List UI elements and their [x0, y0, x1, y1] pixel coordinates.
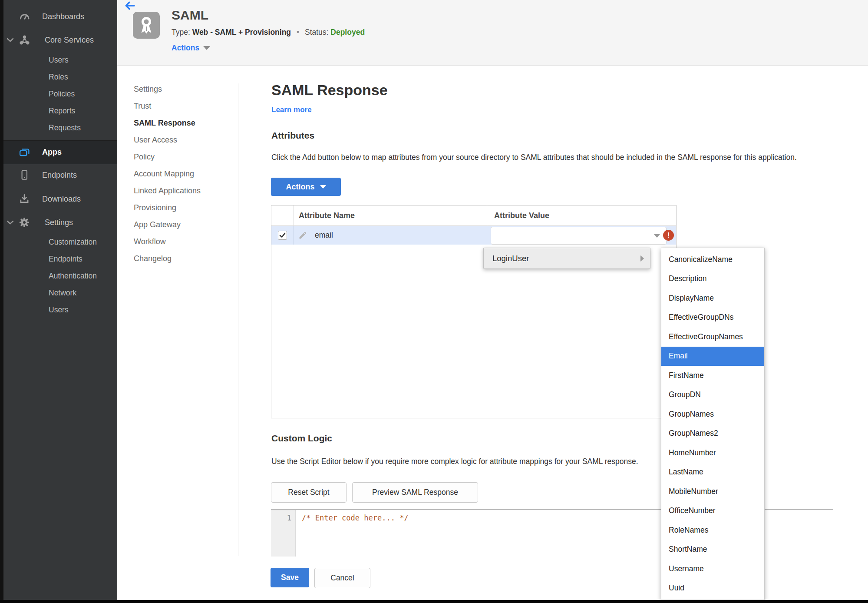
menu-item-label: Description: [669, 274, 707, 283]
sidebar-subitem-label: Users: [49, 56, 69, 65]
menu-item-shortname[interactable]: ShortName: [661, 540, 764, 560]
sidebar-item-label: Endpoints: [42, 171, 77, 180]
tab-label: Policy: [134, 152, 155, 162]
row-checkbox[interactable]: [278, 231, 287, 240]
submenu-arrow-icon: [640, 255, 644, 262]
sidebar-item-customization[interactable]: Customization: [49, 234, 97, 251]
menu-item-canonicalizename[interactable]: CanonicalizeName: [661, 250, 764, 269]
menu-item-effectivegroupdns[interactable]: EffectiveGroupDNs: [661, 308, 764, 328]
tab-label: Workflow: [134, 237, 166, 246]
menu-item-uuid[interactable]: Uuid: [661, 579, 764, 598]
tab-settings[interactable]: Settings: [134, 83, 162, 95]
menu-item-label: FirstName: [669, 371, 704, 380]
menu-item-label: DisplayName: [669, 294, 714, 303]
chevron-down-icon[interactable]: [7, 218, 14, 227]
sidebar-item-roles[interactable]: Roles: [49, 69, 68, 86]
sidebar-item-endpoints-settings[interactable]: Endpoints: [49, 251, 83, 268]
edit-pencil-icon[interactable]: [298, 231, 307, 240]
menu-item-groupnames2[interactable]: GroupNames2: [661, 424, 764, 444]
chevron-down-icon[interactable]: [7, 36, 14, 45]
tab-policy[interactable]: Policy: [134, 151, 155, 162]
menu-item-homenumber[interactable]: HomeNumber: [661, 443, 764, 463]
header-actions-menu[interactable]: Actions: [172, 43, 210, 53]
menu-item-lastname[interactable]: LastName: [661, 463, 764, 482]
menu-item-email-selected[interactable]: Email: [661, 347, 764, 366]
menu-item-label: RoleNames: [669, 526, 708, 535]
back-arrow-icon[interactable]: [124, 1, 135, 10]
menu-item-effectivegroupnames[interactable]: EffectiveGroupNames: [661, 327, 764, 347]
page-title: SAML Response: [271, 82, 388, 99]
tab-user-access[interactable]: User Access: [134, 134, 177, 146]
tab-label: App Gateway: [134, 220, 181, 229]
sidebar-subitem-label: Endpoints: [49, 255, 83, 264]
sidebar-item-policies[interactable]: Policies: [49, 86, 75, 103]
window-edge-strip: [0, 0, 3, 603]
sidebar-item-reports[interactable]: Reports: [49, 103, 75, 119]
attributes-table: Attribute Name Attribute Value email: [271, 205, 677, 418]
editor-code-line[interactable]: /* Enter code here... */: [302, 514, 409, 522]
tab-linked-applications[interactable]: Linked Applications: [134, 185, 201, 196]
sidebar-item-apps[interactable]: Apps: [3, 140, 117, 164]
menu-item-groupnames[interactable]: GroupNames: [661, 404, 764, 424]
menu-item-mobilenumber[interactable]: MobileNumber: [661, 482, 764, 501]
menu-item-label: Username: [669, 564, 704, 573]
menu-item-label: GroupDN: [669, 390, 701, 399]
tab-provisioning[interactable]: Provisioning: [134, 202, 176, 213]
tab-account-mapping[interactable]: Account Mapping: [134, 168, 194, 179]
sidebar-subitem-label: Authentication: [49, 272, 97, 281]
sidebar-item-downloads[interactable]: Downloads: [3, 189, 117, 209]
learn-more-link[interactable]: Learn more: [271, 106, 312, 114]
sidebar-subitem-label: Network: [49, 288, 76, 298]
tab-saml-response[interactable]: SAML Response: [134, 117, 195, 129]
attributes-description: Click the Add button below to map attrib…: [271, 153, 840, 162]
menu-item-label: Uuid: [669, 583, 684, 593]
reset-script-button[interactable]: Reset Script: [271, 482, 347, 503]
sidebar-item-label: Core Services: [45, 36, 94, 45]
sidebar-item-requests[interactable]: Requests: [49, 119, 81, 136]
sidebar-item-settings[interactable]: Settings: [3, 213, 117, 232]
sidebar-item-label: Dashboards: [42, 12, 84, 21]
menu-item-description[interactable]: Description: [661, 269, 764, 289]
sidebar-item-dashboards[interactable]: Dashboards: [3, 7, 117, 26]
sidebar-item-endpoints[interactable]: Endpoints: [3, 166, 117, 185]
menu-item-label: HomeNumber: [669, 448, 716, 457]
menu-item-officenumber[interactable]: OfficeNumber: [661, 501, 764, 521]
sidebar-item-core-services[interactable]: Core Services: [3, 30, 117, 50]
content-divider: [238, 83, 238, 556]
tab-app-gateway[interactable]: App Gateway: [134, 219, 181, 230]
menu-item-firstname[interactable]: FirstName: [661, 366, 764, 385]
sidebar-item-users-settings[interactable]: Users: [49, 302, 69, 318]
save-button[interactable]: Save: [271, 568, 309, 587]
tab-workflow[interactable]: Workflow: [134, 236, 166, 247]
attributes-actions-button[interactable]: Actions: [271, 178, 341, 196]
sidebar: Dashboards Core Services Users Roles Pol…: [3, 0, 117, 603]
validation-error-icon: !: [663, 230, 674, 241]
custom-logic-heading: Custom Logic: [271, 433, 332, 444]
tab-label: User Access: [134, 136, 177, 145]
attribute-name-cell: email: [315, 231, 333, 240]
cancel-button[interactable]: Cancel: [314, 568, 370, 588]
sidebar-subitem-label: Policies: [49, 89, 75, 99]
menu-item-username[interactable]: Username: [661, 559, 764, 579]
menu-item-groupdn[interactable]: GroupDN: [661, 385, 764, 405]
tab-trust[interactable]: Trust: [134, 100, 151, 112]
column-header-attribute-name: Attribute Name: [299, 211, 355, 220]
menu-item-label: ShortName: [669, 545, 707, 554]
table-row[interactable]: email !: [271, 226, 676, 245]
tab-changelog[interactable]: Changelog: [134, 253, 172, 264]
sidebar-item-users[interactable]: Users: [49, 52, 69, 69]
sidebar-item-network[interactable]: Network: [49, 285, 76, 302]
menu-item-label: MobileNumber: [669, 487, 718, 496]
preview-saml-response-button[interactable]: Preview SAML Response: [352, 482, 478, 503]
menu-item-rolenames[interactable]: RoleNames: [661, 520, 764, 540]
app-title: SAML: [172, 8, 208, 23]
sidebar-item-authentication[interactable]: Authentication: [49, 268, 97, 285]
cancel-button-label: Cancel: [330, 573, 354, 583]
actions-button-label: Actions: [286, 182, 314, 192]
menu-item-label: LastName: [669, 467, 703, 477]
app-meta: Type: Web - SAML + Provisioning • Status…: [172, 28, 365, 37]
sidebar-subitem-label: Users: [49, 305, 69, 315]
attribute-value-combobox[interactable]: [491, 227, 667, 245]
value-menu-loginuser[interactable]: LoginUser: [483, 248, 650, 269]
menu-item-displayname[interactable]: DisplayName: [661, 288, 764, 308]
